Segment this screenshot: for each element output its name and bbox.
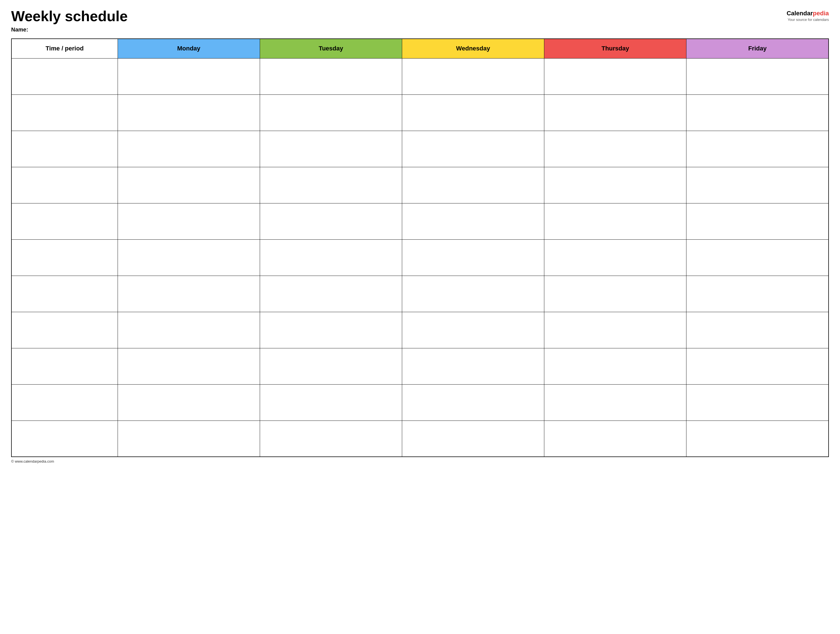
table-row <box>11 131 829 167</box>
schedule-cell[interactable] <box>260 421 402 457</box>
page-title: Weekly schedule <box>11 8 128 24</box>
header-row: Time / period Monday Tuesday Wednesday T… <box>11 39 829 58</box>
schedule-cell[interactable] <box>544 58 687 95</box>
schedule-cell[interactable] <box>402 348 544 384</box>
schedule-cell[interactable] <box>544 348 687 384</box>
time-cell[interactable] <box>11 421 118 457</box>
schedule-cell[interactable] <box>402 384 544 421</box>
schedule-cell[interactable] <box>402 203 544 240</box>
schedule-cell[interactable] <box>544 203 687 240</box>
col-tuesday-header: Tuesday <box>260 39 402 58</box>
table-row <box>11 312 829 348</box>
schedule-cell[interactable] <box>260 203 402 240</box>
schedule-cell[interactable] <box>260 240 402 276</box>
schedule-cell[interactable] <box>260 348 402 384</box>
schedule-cell[interactable] <box>544 384 687 421</box>
schedule-cell[interactable] <box>118 203 260 240</box>
schedule-cell[interactable] <box>260 95 402 131</box>
logo-section: Calendarpedia Your source for calendars <box>786 10 829 22</box>
schedule-cell[interactable] <box>260 276 402 312</box>
schedule-cell[interactable] <box>402 312 544 348</box>
page-header: Weekly schedule Name: Calendarpedia Your… <box>11 8 829 33</box>
schedule-cell[interactable] <box>402 58 544 95</box>
table-row <box>11 203 829 240</box>
schedule-cell[interactable] <box>687 203 829 240</box>
schedule-cell[interactable] <box>544 276 687 312</box>
schedule-cell[interactable] <box>687 240 829 276</box>
schedule-cell[interactable] <box>260 131 402 167</box>
logo-tagline: Your source for calendars <box>788 17 829 22</box>
time-cell[interactable] <box>11 167 118 203</box>
time-cell[interactable] <box>11 384 118 421</box>
footer: © www.calendarpedia.com <box>11 459 829 464</box>
schedule-cell[interactable] <box>687 58 829 95</box>
time-cell[interactable] <box>11 95 118 131</box>
time-cell[interactable] <box>11 131 118 167</box>
col-time-header: Time / period <box>11 39 118 58</box>
schedule-table: Time / period Monday Tuesday Wednesday T… <box>11 38 829 457</box>
table-body <box>11 58 829 457</box>
schedule-cell[interactable] <box>402 276 544 312</box>
schedule-cell[interactable] <box>402 421 544 457</box>
table-header: Time / period Monday Tuesday Wednesday T… <box>11 39 829 58</box>
table-row <box>11 384 829 421</box>
name-label: Name: <box>11 27 128 33</box>
time-cell[interactable] <box>11 276 118 312</box>
logo-text: Calendarpedia <box>786 10 829 17</box>
time-cell[interactable] <box>11 312 118 348</box>
schedule-cell[interactable] <box>118 276 260 312</box>
copyright-text: © www.calendarpedia.com <box>11 459 54 464</box>
schedule-cell[interactable] <box>687 95 829 131</box>
schedule-cell[interactable] <box>118 95 260 131</box>
table-row <box>11 421 829 457</box>
schedule-cell[interactable] <box>118 167 260 203</box>
table-row <box>11 348 829 384</box>
schedule-cell[interactable] <box>687 131 829 167</box>
logo-brand-part2: pedia <box>813 10 829 17</box>
time-cell[interactable] <box>11 240 118 276</box>
schedule-cell[interactable] <box>402 240 544 276</box>
schedule-cell[interactable] <box>118 240 260 276</box>
schedule-cell[interactable] <box>544 240 687 276</box>
schedule-cell[interactable] <box>260 167 402 203</box>
schedule-cell[interactable] <box>118 312 260 348</box>
title-section: Weekly schedule Name: <box>11 8 128 33</box>
table-row <box>11 95 829 131</box>
schedule-cell[interactable] <box>544 421 687 457</box>
schedule-cell[interactable] <box>118 384 260 421</box>
schedule-cell[interactable] <box>260 58 402 95</box>
schedule-cell[interactable] <box>118 348 260 384</box>
schedule-cell[interactable] <box>544 95 687 131</box>
schedule-cell[interactable] <box>118 421 260 457</box>
schedule-cell[interactable] <box>118 131 260 167</box>
schedule-cell[interactable] <box>687 348 829 384</box>
table-row <box>11 276 829 312</box>
schedule-cell[interactable] <box>402 131 544 167</box>
schedule-cell[interactable] <box>687 384 829 421</box>
schedule-cell[interactable] <box>260 312 402 348</box>
schedule-cell[interactable] <box>687 312 829 348</box>
schedule-cell[interactable] <box>687 421 829 457</box>
schedule-cell[interactable] <box>402 167 544 203</box>
schedule-cell[interactable] <box>260 384 402 421</box>
schedule-cell[interactable] <box>544 167 687 203</box>
logo-brand-part1: Calendar <box>786 10 813 17</box>
schedule-cell[interactable] <box>544 312 687 348</box>
table-row <box>11 58 829 95</box>
schedule-cell[interactable] <box>544 131 687 167</box>
time-cell[interactable] <box>11 203 118 240</box>
table-row <box>11 167 829 203</box>
schedule-cell[interactable] <box>118 58 260 95</box>
col-thursday-header: Thursday <box>544 39 687 58</box>
table-row <box>11 240 829 276</box>
schedule-cell[interactable] <box>687 276 829 312</box>
schedule-cell[interactable] <box>402 95 544 131</box>
schedule-cell[interactable] <box>687 167 829 203</box>
time-cell[interactable] <box>11 58 118 95</box>
col-monday-header: Monday <box>118 39 260 58</box>
col-wednesday-header: Wednesday <box>402 39 544 58</box>
time-cell[interactable] <box>11 348 118 384</box>
col-friday-header: Friday <box>687 39 829 58</box>
